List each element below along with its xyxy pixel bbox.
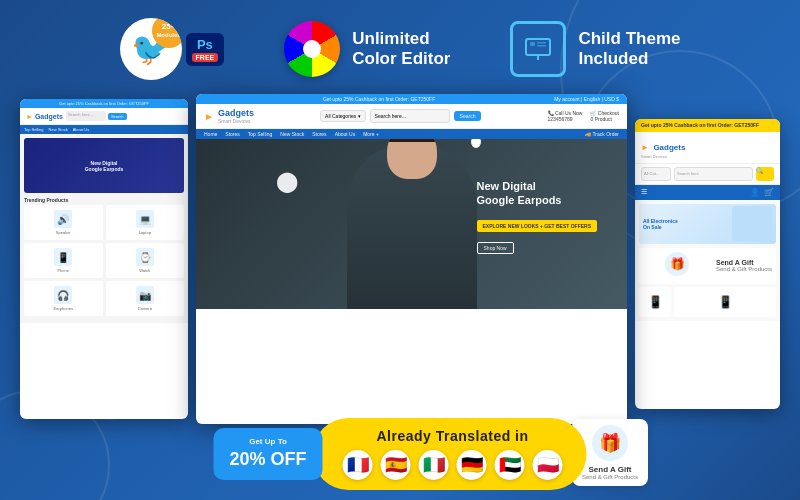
hero-person-image	[332, 139, 492, 309]
hero-shop-button[interactable]: Shop Now	[477, 242, 514, 254]
right-nav-icons: 👤 🛒	[750, 188, 774, 197]
center-phone: 📞 Call Us Now123456789	[548, 110, 583, 122]
right-banner-text: All ElectronicsOn Sale	[643, 218, 678, 230]
color-editor-text: Unlimited Color Editor	[352, 29, 450, 69]
right-send-gift-sub: Send & Gift Products	[716, 266, 772, 272]
right-search-input[interactable]: Search here	[674, 167, 753, 181]
earbud-right-ear	[471, 139, 481, 148]
left-product-4-img: ⌚	[136, 248, 154, 266]
right-search-bar: All Cat... Search here 🔍	[635, 164, 780, 185]
color-editor-subtitle: Color Editor	[352, 49, 450, 69]
flag-de: 🇩🇪	[457, 450, 487, 480]
left-product-5-img: 🎧	[54, 286, 72, 304]
discount-label: Get Up To	[229, 436, 306, 447]
cart-icon[interactable]: 🛒	[764, 188, 774, 197]
child-theme-feature: Child Theme Included	[510, 21, 680, 77]
center-preview: Get upto 25% Cashback on first Order: GE…	[196, 94, 627, 424]
right-product-banner: All ElectronicsOn Sale	[639, 204, 776, 244]
center-brand-tagline: Smart Devices	[218, 118, 254, 124]
left-search-box[interactable]: Search here...	[66, 111, 106, 121]
badge-sub: Modules	[156, 32, 180, 39]
badge-number: 25+	[162, 23, 176, 32]
left-body: New DigitalGoogle Earpods Trending Produ…	[20, 134, 188, 323]
left-brand: ► Gadgets	[26, 113, 63, 120]
svg-rect-3	[530, 42, 535, 46]
right-search-btn[interactable]: 🔍	[756, 167, 774, 181]
center-menu-home[interactable]: Home	[204, 131, 217, 137]
left-preview: Get upto 25% Cashback on first Order: GE…	[20, 99, 188, 419]
left-product-6: 📷 Camera	[106, 281, 185, 316]
send-gift-icon: 🎁	[592, 425, 628, 461]
left-product-1: 🔊 Speaker	[24, 205, 103, 240]
child-theme-icon	[510, 21, 566, 77]
left-menu-item-1: Top Selling	[24, 127, 44, 132]
child-theme-title: Child Theme	[578, 29, 680, 49]
left-products: 🔊 Speaker 💻 Laptop 📱 Phone ⌚ Watch 🎧	[24, 205, 184, 316]
right-brand-bar: ► Gadgets Smart Devices	[635, 132, 780, 164]
flag-es: 🇪🇸	[381, 450, 411, 480]
puffin-icon: 🐦 25+ Modules	[120, 18, 182, 80]
center-menu-stores[interactable]: Stores	[225, 131, 239, 137]
earbud-float-left: ⬤	[276, 169, 298, 193]
left-product-6-img: 📷	[136, 286, 154, 304]
left-product-4: ⌚ Watch	[106, 243, 185, 278]
center-category-select[interactable]: All Categories ▾	[320, 110, 366, 122]
send-gift-subtitle: Send & Gift Products	[582, 474, 638, 480]
color-editor-feature: Unlimited Color Editor	[284, 21, 450, 77]
ps-label: Ps	[197, 37, 213, 52]
center-hero-section: ⬤ New Digital Google Earpods EXPLORE NEW…	[196, 139, 627, 309]
gift-icon: 🎁	[665, 252, 689, 276]
center-search-input[interactable]: Search here...	[370, 109, 450, 123]
person-hair	[387, 139, 437, 142]
right-product-phone-1: 📱	[639, 287, 671, 317]
left-product-3: 📱 Phone	[24, 243, 103, 278]
right-brand-tagline: Smart Devices	[641, 154, 774, 159]
right-preview: Get upto 25% Cashback on first Order: GE…	[635, 119, 780, 409]
center-search-bar: All Categories ▾ Search here... Search	[320, 109, 481, 123]
center-contact-cart: 📞 Call Us Now123456789 🛒 Checkout0 Produ…	[548, 110, 619, 122]
flag-row: 🇫🇷 🇪🇸 🇮🇹 🇩🇪 🇦🇪 🇵🇱	[343, 450, 563, 480]
left-search-btn[interactable]: Search	[108, 113, 127, 120]
modules-icon-group: 🐦 25+ Modules Ps FREE	[120, 18, 225, 80]
left-section-label: Trending Products	[24, 197, 184, 203]
left-product-3-img: 📱	[54, 248, 72, 266]
hero-cta-button[interactable]: EXPLORE NEW LOOKS + GET BEST OFFERS	[477, 220, 597, 232]
flag-pl: 🇵🇱	[533, 450, 563, 480]
left-cashback-bar: Get upto 25% Cashback on first Order: GE…	[20, 99, 188, 108]
hamburger-icon[interactable]: ☰	[641, 188, 647, 196]
hero-text: New Digital Google Earpods EXPLORE NEW L…	[477, 179, 597, 254]
left-product-5: 🎧 Earphones	[24, 281, 103, 316]
left-hero: New DigitalGoogle Earpods	[24, 138, 184, 193]
center-account-info: My account | English | USD $	[554, 96, 619, 102]
center-menu-stores2[interactable]: Stores	[312, 131, 326, 137]
center-top-bar: Get upto 25% Cashback on first Order: GE…	[196, 94, 627, 104]
center-track-order[interactable]: 🚚 Track Order	[585, 131, 619, 137]
center-menu-topselling[interactable]: Top Selling	[248, 131, 272, 137]
photoshop-badge: Ps FREE	[186, 33, 225, 66]
right-cashback-bar: Get upto 25% Cashback on first Order: GE…	[635, 119, 780, 132]
center-menu-about[interactable]: About Us	[335, 131, 356, 137]
right-banner-img	[732, 206, 772, 241]
gift-text: Send A Gift Send & Gift Products	[716, 259, 772, 272]
color-wheel-icon	[284, 21, 340, 77]
right-small-products: 📱 📱	[639, 287, 776, 317]
center-brand-group: ► Gadgets Smart Devices	[204, 108, 254, 124]
center-menu-newstock[interactable]: New Stock	[280, 131, 304, 137]
right-menu-bar: ☰ 👤 🛒	[635, 185, 780, 200]
left-menu-bar: Top Selling New Stock About Us	[20, 125, 188, 134]
left-menu-item-2: New Stock	[49, 127, 68, 132]
center-search-button[interactable]: Search	[454, 111, 482, 121]
right-send-gift-title: Send A Gift	[716, 259, 772, 266]
center-menu-more[interactable]: More +	[363, 131, 379, 137]
center-cart: 🛒 Checkout0 Product	[590, 110, 619, 122]
right-product-phone-2: 📱	[674, 287, 776, 317]
child-theme-subtitle: Included	[578, 49, 680, 69]
main-content: Get upto 25% Cashback on first Order: GE…	[0, 94, 800, 424]
right-product-area: All ElectronicsOn Sale 🎁 Send A Gift Sen…	[635, 200, 780, 321]
person-icon[interactable]: 👤	[750, 188, 760, 197]
translated-title: Already Translated in	[376, 428, 528, 444]
right-category-select[interactable]: All Cat...	[641, 167, 671, 181]
center-brand: Gadgets Smart Devices	[218, 108, 254, 124]
free-label: FREE	[192, 53, 219, 62]
features-row: 🐦 25+ Modules Ps FREE Unlimited Color Ed…	[0, 0, 800, 94]
